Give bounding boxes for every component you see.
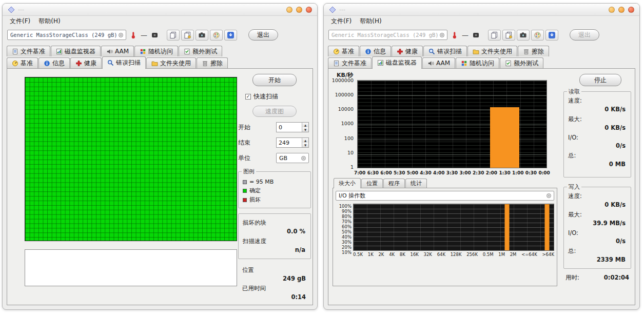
save-button[interactable] (545, 30, 558, 41)
stat-label: 已用时间 (242, 285, 307, 292)
save-button[interactable] (224, 30, 237, 41)
chart-y-axis: 1000000100000100001000100101 (328, 77, 355, 170)
tab-file-benchmark[interactable]: 文件基准 (7, 46, 50, 56)
menu-help[interactable]: 帮助(H) (34, 16, 64, 26)
quick-scan-option[interactable]: 快速扫描 (245, 92, 311, 101)
titlebar[interactable]: --- (324, 4, 639, 16)
device-select[interactable]: Generic MassStorageClass (249 gB) (7, 30, 126, 40)
tab-label: 健康 (84, 59, 96, 68)
copy-button[interactable] (488, 30, 501, 41)
tab-info[interactable]: 信息 (38, 57, 70, 68)
tab-extra-tests[interactable]: 额外测试 (179, 46, 222, 56)
subtab-position[interactable]: 位置 (361, 179, 383, 188)
screenshot-button[interactable] (517, 30, 530, 41)
tab-label: 随机访问 (470, 59, 494, 68)
tab-info[interactable]: 信息 (360, 46, 391, 56)
copy-text-button[interactable] (181, 30, 194, 41)
start-scan-button[interactable]: 开始 (252, 74, 297, 86)
maximize-button[interactable] (296, 7, 302, 13)
range-end-input[interactable]: 249 (276, 137, 309, 148)
tab-folder-usage[interactable]: 文件夹使用 (467, 46, 517, 56)
histogram-bar (504, 204, 509, 250)
tab-random-access[interactable]: 随机访问 (456, 57, 499, 68)
device-select[interactable]: Generic MassStorageClass (249 gB) (328, 30, 447, 40)
x-axis-tick: 6:00 (380, 170, 392, 175)
dropdown-icon (440, 33, 444, 37)
spin-up-icon[interactable] (302, 123, 308, 127)
subtab-program[interactable]: 程序 (383, 179, 405, 188)
titlebar[interactable]: --- (3, 4, 317, 16)
unit-row: 单位 GB (238, 153, 311, 163)
dropdown-icon (119, 33, 123, 37)
stat-value: 2339 MB (568, 256, 627, 263)
elapsed-value: 0:02:04 (604, 274, 629, 282)
range-start-value: 0 (277, 123, 302, 132)
stat-row: 最大: 0 KB/s (568, 115, 627, 131)
metric-select[interactable]: I/O 操作数 (336, 191, 554, 201)
tab-benchmark[interactable]: 基准 (7, 57, 38, 68)
copy-add-icon (184, 31, 191, 39)
tab-error-scan[interactable]: 错误扫描 (102, 56, 146, 69)
tab-erase[interactable]: 擦除 (518, 46, 549, 56)
color-options-button[interactable] (210, 30, 223, 41)
category-tick: 1M (498, 252, 505, 257)
tab-disk-monitor[interactable]: 磁盘监视器 (372, 56, 422, 69)
spin-down-icon[interactable] (302, 143, 308, 147)
stop-button[interactable]: 停止 (579, 74, 621, 86)
tab-erase[interactable]: 擦除 (197, 57, 228, 68)
close-button[interactable] (628, 7, 634, 13)
speed-map-button[interactable]: 速度图 (252, 106, 297, 117)
subtab-block-size[interactable]: 块大小 (334, 178, 361, 188)
tab-aam[interactable]: AAM (422, 57, 455, 68)
write-group: 写入 速度: 0 KB/s 最大: 39.9 MB/s I/O: 0/s 总: … (563, 187, 631, 269)
maximize-button[interactable] (618, 7, 625, 13)
tab-aam[interactable]: AAM (101, 46, 134, 56)
exit-button[interactable]: 退出 (570, 29, 599, 41)
damaged-swatch (243, 198, 247, 202)
write-group-title: 写入 (567, 183, 581, 191)
tab-folder-usage[interactable]: 文件夹使用 (146, 57, 196, 68)
menu-file[interactable]: 文件(F) (327, 16, 356, 26)
menu-help[interactable]: 帮助(H) (356, 16, 385, 26)
copy-button[interactable] (167, 30, 180, 41)
quick-scan-checkbox[interactable] (245, 94, 251, 100)
range-start-input[interactable]: 0 (276, 122, 309, 132)
stat-label: 总: (568, 152, 627, 160)
subtab-statistics[interactable]: 统计 (405, 179, 427, 188)
spin-down-icon[interactable] (302, 127, 308, 132)
tab-disk-monitor[interactable]: 磁盘监视器 (51, 46, 101, 56)
histogram-bar (545, 204, 550, 250)
tab-error-scan[interactable]: 错误扫描 (423, 46, 467, 56)
category-tick: 4K (389, 252, 395, 257)
close-button[interactable] (306, 7, 312, 13)
unit-select[interactable]: GB (276, 153, 309, 163)
minimize-button[interactable] (609, 7, 615, 13)
speaker-icon (427, 60, 434, 67)
menu-file[interactable]: 文件(F) (6, 16, 34, 26)
chart-x-axis: 7:006:306:005:305:004:304:003:303:002:30… (354, 170, 550, 175)
stat-label: I/O: (568, 134, 627, 141)
tab-benchmark[interactable]: 基准 (328, 46, 359, 56)
minimize-button[interactable] (286, 7, 292, 13)
toolbar-buttons (167, 30, 237, 41)
color-options-button[interactable] (531, 30, 544, 41)
exit-button[interactable]: 退出 (248, 29, 278, 41)
screenshot-button[interactable] (196, 30, 208, 41)
percent-tick: 90% (342, 209, 352, 214)
range-end-label: 结束 (238, 139, 257, 147)
info-icon (365, 48, 372, 55)
spin-up-icon[interactable] (302, 138, 308, 143)
tab-label: 擦除 (532, 47, 544, 56)
tab-extra-tests[interactable]: 额外测试 (500, 57, 543, 68)
copy-text-button[interactable] (502, 30, 515, 41)
tab-random-access[interactable]: 随机访问 (134, 46, 178, 56)
tab-health[interactable]: 健康 (392, 46, 423, 56)
stat-value: 0/s (568, 238, 627, 245)
stat-value: 0/s (568, 142, 627, 149)
tab-health[interactable]: 健康 (70, 57, 102, 68)
stat-row: 扫描速度 n/a (243, 238, 306, 253)
tab-label: 错误扫描 (437, 47, 462, 56)
tab-file-benchmark[interactable]: 文件基准 (328, 57, 372, 68)
hdtune-window-disk-monitor: --- 文件(F) 帮助(H) Generic MassStorageClass… (323, 3, 640, 310)
gauge-icon (151, 31, 159, 39)
